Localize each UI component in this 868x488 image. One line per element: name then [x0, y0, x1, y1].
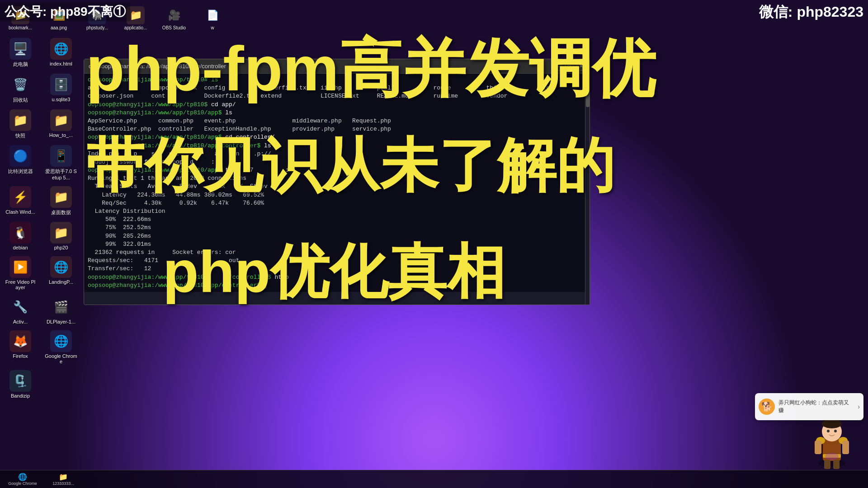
minimize-button[interactable]: ─: [553, 62, 561, 70]
top-icon-label-aaa-png: aaa.png: [51, 25, 67, 30]
top-icon-obs-studio[interactable]: 🎥 OBS Studio: [158, 6, 190, 30]
desktop-icon-computer[interactable]: 🖥️ 此电脑: [2, 36, 38, 70]
icon-emoji-desktop-data: 📁: [54, 190, 68, 204]
top-icon-bookmark[interactable]: 📁 bookmark...: [5, 6, 36, 30]
svg-rect-8: [815, 441, 821, 454]
desktop-icon-recycle[interactable]: 🗑️ 回收站: [2, 72, 38, 105]
desktop-icon-kuai[interactable]: 📁 快照: [2, 108, 38, 141]
terminal-line-12: Running 1 test 1 threads and 2000 connec…: [88, 174, 586, 183]
desktop-icon-google-chrome[interactable]: 🌐 Google Chrome: [43, 328, 79, 366]
desktop-icon-desktop-data[interactable]: 📁 桌面数据: [43, 184, 79, 218]
icon-label-firefox: Firefox: [13, 353, 28, 359]
top-icon-label-bookmark: bookmark...: [9, 25, 32, 30]
top-icon-phpstudy[interactable]: 🐘 phpstudy...: [81, 6, 113, 30]
desktop-icon-index-html[interactable]: 🌐 index.html: [43, 36, 79, 70]
terminal-line-4: oopsoop@zhangyijia:/www/app/tp810/app$ l…: [88, 109, 586, 117]
taskbar-icon-google-chrome-task: 🌐: [18, 473, 27, 481]
icon-box-kuai: 📁: [9, 109, 31, 131]
icon-label-debian: debian: [13, 245, 28, 250]
terminal-line-23: Transfer/sec: 12: [88, 265, 586, 273]
desktop-icon-free-video[interactable]: ▶️ Free Video Player: [2, 254, 38, 292]
terminal-line-19: 90% 285.26ms: [88, 232, 586, 240]
icon-label-desktop-data: 桌面数据: [51, 209, 71, 216]
icon-label-index-html: index.html: [50, 61, 72, 66]
terminal-line-16: Latency Distribution: [88, 207, 586, 216]
close-button[interactable]: ✕: [577, 62, 585, 70]
terminal-window[interactable]: oopsoop@zhangyijia: /www/app/tp810/app/c…: [84, 59, 590, 305]
icon-emoji-debian: 🐧: [13, 226, 28, 240]
terminal-scrollbar[interactable]: [585, 88, 590, 305]
desktop-icon-dlplayer[interactable]: 🎬 DLPlayer-1...: [43, 294, 79, 326]
icon-emoji-kuai: 📁: [13, 113, 28, 127]
term-prompt: oopsoop@zhangyijia:/www/app/tp810$: [88, 101, 208, 108]
icon-label-clash-wind: Clash Wind...: [5, 209, 35, 215]
maximize-button[interactable]: □: [565, 62, 573, 70]
scrollbar-thumb[interactable]: [586, 89, 590, 107]
notification-avatar: 🐕: [759, 399, 775, 415]
icon-box-bandizip: 🗜️: [9, 370, 31, 392]
desktop-icon-firefox[interactable]: 🦊 Firefox: [2, 328, 38, 366]
terminal-line-24: oopsoop@zhangyijia:/www/app/tp810/ /cont…: [88, 273, 586, 282]
terminal-line-20: 99% 322.01ms: [88, 240, 586, 249]
icon-label-landing-p: LandingP...: [49, 279, 73, 285]
terminal-line-11: oopsoop@zhangyijia:/www/app/tp810/app$ t…: [88, 166, 586, 174]
icon-label-how-to: How_to_...: [49, 132, 73, 138]
icon-emoji-dlplayer: 🎬: [54, 300, 68, 314]
top-icons-row: 📁 bookmark... 🖼️ aaa.png 🐘 phpstudy... 📁…: [0, 0, 868, 34]
top-icon-box-w: 📄: [203, 6, 222, 24]
terminal-line-21: 21362 requests in Socket errors: cor: [88, 249, 586, 257]
taskbar-item-file-1233[interactable]: 📁 12333333...: [43, 471, 84, 488]
top-icon-w[interactable]: 📄 w: [197, 6, 228, 30]
desktop-icon-clash-wind[interactable]: ⚡ Clash Wind...: [2, 184, 38, 218]
icon-box-debian: 🐧: [9, 222, 31, 244]
top-icon-emoji-bookmark: 📁: [14, 9, 27, 21]
desktop-icon-activ[interactable]: 🔧 Activ...: [2, 294, 38, 326]
desktop-icon-brows[interactable]: 🔵 比特浏览器: [2, 143, 38, 182]
desktop-icon-sqlite3[interactable]: 🗄️ u.sqlite3: [43, 72, 79, 105]
icon-box-aisi: 📱: [50, 145, 72, 167]
terminal-line-25: oopsoop@zhangyijia:/www/app/tp810/app/co…: [88, 282, 586, 290]
top-icon-label-w: w: [211, 25, 214, 30]
icon-box-google-chrome: 🌐: [50, 330, 72, 352]
top-icon-aaa-png[interactable]: 🖼️ aaa.png: [43, 6, 75, 30]
icon-label-brows: 比特浏览器: [8, 168, 33, 175]
notification-popup[interactable]: 🐕 弄只网红小狗蛇：点点卖萌又赚 ›: [755, 393, 863, 420]
desktop-icon-grid: 🖥️ 此电脑 🌐 index.html 🗑️ 回收站 🗄️ u.sqlite3 …: [2, 36, 81, 400]
terminal-line-8: oopsoop@zhangyijia:/www/app/tp810/app/co…: [88, 142, 586, 150]
desktop-icon-debian[interactable]: 🐧 debian: [2, 220, 38, 252]
taskbar-item-google-chrome-task[interactable]: 🌐 Google Chrome: [2, 471, 43, 488]
icon-box-computer: 🖥️: [9, 38, 31, 60]
desktop-icon-php20[interactable]: 📁 php20: [43, 220, 79, 252]
top-icon-applications[interactable]: 📁 applicatio...: [120, 6, 151, 30]
icon-box-recycle: 🗑️: [9, 74, 31, 95]
terminal-line-7: oopsoop@zhangyijia:/www/app/tp810/app$ c…: [88, 133, 586, 141]
desktop-icon-aisi[interactable]: 📱 爱思助手7.0 Setup 5...: [43, 143, 79, 182]
terminal-line-13: Thread Stats Avg Stdev Max +/- Stdev: [88, 183, 586, 191]
notification-text: 弄只网红小狗蛇：点点卖萌又赚: [778, 399, 854, 414]
icon-box-landing-p: 🌐: [50, 256, 72, 278]
icon-box-firefox: 🦊: [9, 330, 31, 352]
notification-arrow[interactable]: ›: [858, 403, 860, 410]
svg-point-13: [825, 453, 839, 460]
terminal-line-2: composer.json cont Dockerfile2.txt exten…: [88, 92, 586, 100]
icon-emoji-firefox: 🦊: [13, 334, 28, 348]
term-cmd: ls: [222, 109, 232, 116]
icon-emoji-landing-p: 🌐: [54, 260, 68, 274]
term-prompt2: oopsoop@zhangyijia:/www/app/tp810# ls: [88, 76, 218, 83]
svg-point-5: [834, 430, 837, 432]
desktop-icon-how-to[interactable]: 📁 How_to_...: [43, 108, 79, 141]
term-cmd: t /17 :: [222, 167, 288, 174]
icon-box-php20: 📁: [50, 222, 72, 244]
top-icon-box-aaa-png: 🖼️: [50, 6, 68, 24]
icon-box-free-video: ▶️: [9, 256, 31, 278]
icon-box-dlplayer: 🎬: [50, 296, 72, 318]
icon-label-aisi: 爱思助手7.0 Setup 5...: [45, 168, 77, 180]
terminal-line-5: AppService.php common.php event.php midd…: [88, 117, 586, 125]
desktop-icon-bandizip[interactable]: 🗜️ Bandizip: [2, 368, 38, 400]
icon-box-index-html: 🌐: [50, 38, 72, 60]
icon-emoji-google-chrome: 🌐: [54, 334, 68, 348]
icon-label-sqlite3: u.sqlite3: [52, 97, 71, 102]
desktop-icon-landing-p[interactable]: 🌐 LandingP...: [43, 254, 79, 292]
svg-rect-9: [842, 441, 849, 454]
terminal-body[interactable]: oopsoop@zhangyijia:/www/app/tp810# lsapp…: [84, 74, 590, 292]
